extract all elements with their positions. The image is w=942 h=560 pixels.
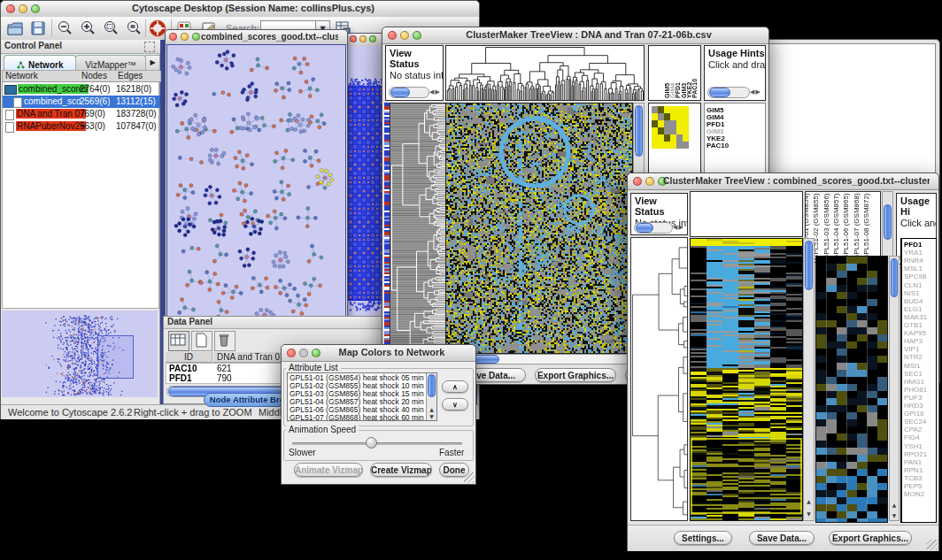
save-icon[interactable] — [29, 19, 47, 37]
tab-network[interactable]: Network — [4, 55, 76, 70]
network-canvas[interactable] — [166, 44, 346, 322]
column-labels-vscrollbar[interactable] — [882, 191, 893, 263]
network-list-item[interactable]: DNA and Tran 07 769(0) 183728(0) — [3, 108, 160, 120]
gene-label[interactable]: PHO81 — [904, 386, 927, 394]
treeview2-title-bar[interactable]: ClusterMaker TreeView : combined_scores_… — [628, 173, 938, 190]
minimize-button[interactable] — [359, 35, 367, 42]
heatmap-canvas[interactable] — [445, 103, 633, 354]
gene-label[interactable]: MSL1 — [904, 265, 923, 272]
export-graphics-button[interactable]: Export Graphics... — [829, 531, 912, 545]
zoom-heatmap-canvas[interactable] — [815, 256, 888, 523]
gene-label[interactable]: RPO21 — [904, 450, 927, 458]
move-down-button[interactable]: ∨ — [442, 398, 468, 410]
open-file-icon[interactable] — [6, 19, 24, 37]
column-header-nodes[interactable]: Nodes — [80, 71, 117, 82]
treeview1-title-bar[interactable]: ClusterMaker TreeView : DNA and Tran 07-… — [382, 27, 768, 44]
scroll-down-icon[interactable]: ▼ — [804, 510, 814, 517]
network-list-item[interactable]: combined_scores 2764(0) 16218(0) — [3, 83, 160, 96]
minimize-button[interactable] — [299, 349, 308, 357]
network-view-title-bar[interactable]: combined_scores_good.txt--cluste... — [166, 30, 347, 45]
create-vizmap-button[interactable]: Create Vizmap — [370, 463, 432, 477]
tab-vizmapper[interactable]: VizMapper™ — [75, 55, 146, 70]
zoom-matrix[interactable] — [652, 106, 691, 150]
row-dendrogram-canvas[interactable] — [630, 237, 688, 521]
gene-label[interactable]: NIS1 — [904, 289, 920, 297]
view-status-scrollbar[interactable] — [389, 87, 429, 98]
scroll-down-icon[interactable]: ▼ — [890, 512, 899, 518]
attribute-list-item[interactable]: GPL51-07 (GSM868) heat shock 60 min — [290, 414, 425, 421]
data-row-id[interactable]: PAC10 — [169, 364, 197, 373]
gene-label[interactable]: PEP5 — [904, 482, 922, 490]
close-button[interactable] — [633, 177, 642, 186]
scroll-up-icon[interactable]: ▲ — [804, 498, 814, 504]
scroll-down-icon[interactable]: ▼ — [427, 413, 436, 419]
scroll-left-icon[interactable]: ◀ — [429, 88, 434, 96]
gene-label[interactable]: PFD1 — [904, 241, 922, 249]
gene-label[interactable]: NTR2 — [904, 353, 923, 361]
help-lifesaver-icon[interactable] — [149, 19, 166, 37]
gene-label[interactable]: PAN1 — [904, 458, 922, 466]
zoom-out-icon[interactable] — [56, 19, 73, 37]
gene-label[interactable]: PUF3 — [904, 394, 922, 402]
gene-label[interactable]: CLN1 — [904, 281, 922, 289]
gene-label[interactable]: MON2 — [904, 490, 924, 498]
dense-cluster-canvas[interactable] — [348, 46, 385, 324]
gene-label[interactable]: SEC24 — [904, 418, 926, 426]
resize-grip[interactable] — [464, 472, 475, 483]
data-row-value[interactable]: 621 — [217, 364, 232, 373]
gene-label[interactable]: RNR4 — [904, 257, 923, 265]
gene-label[interactable]: TCB3 — [904, 474, 922, 482]
gene-label[interactable]: MAK31 — [904, 313, 927, 321]
minimize-button[interactable] — [181, 33, 189, 41]
view-status-scrollbar[interactable] — [634, 222, 673, 234]
speed-slider-track[interactable] — [292, 442, 462, 445]
delete-attribute-trash-icon[interactable] — [214, 331, 236, 351]
heatmap-canvas[interactable] — [690, 238, 803, 521]
column-header-network[interactable]: Network — [3, 71, 81, 82]
gene-label[interactable]: ELG1 — [904, 305, 922, 313]
network-list-item[interactable]: RNAPuberNov2+ 563(0) 107847(0) — [3, 120, 160, 133]
gene-label[interactable]: MSI1 — [904, 362, 921, 370]
save-data-button[interactable]: Save Data... — [749, 531, 815, 545]
tab-overflow-chevron-icon[interactable]: ▶ — [145, 55, 160, 71]
animate-vizmap-button[interactable]: Animate Vizmap — [294, 463, 363, 477]
usage-hints-scrollbar[interactable] — [707, 87, 750, 98]
zoom-in-icon[interactable] — [79, 19, 97, 37]
attribute-listbox[interactable]: GPL51-01 (GSM854) heat shock 05 minGPL51… — [287, 372, 437, 421]
zoom-vscrollbar[interactable]: ▲ ▼ — [889, 256, 900, 521]
resize-grip[interactable] — [927, 540, 938, 550]
close-button[interactable] — [169, 33, 177, 41]
column-dendrogram-canvas[interactable] — [446, 46, 644, 100]
minimize-button[interactable] — [645, 177, 654, 186]
gene-label[interactable]: HAP3 — [904, 337, 923, 345]
data-row-value[interactable]: 790 — [217, 373, 232, 383]
close-button[interactable] — [350, 35, 357, 42]
float-panel-icon[interactable] — [144, 42, 155, 52]
scroll-right-icon[interactable]: ▶ — [755, 88, 760, 96]
scroll-right-icon[interactable]: ▶ — [678, 224, 683, 231]
heatmap-vscrollbar[interactable]: ▲ ▼ — [803, 238, 815, 521]
data-row-id[interactable]: PFD1 — [169, 373, 192, 383]
zoom-button[interactable] — [369, 35, 376, 42]
scroll-right-icon[interactable]: ▶ — [435, 88, 439, 96]
main-title-bar[interactable]: Cytoscape Desktop (Session Name: collins… — [1, 1, 479, 18]
gene-label[interactable]: KAP95 — [904, 329, 926, 337]
export-graphics-button[interactable]: Export Graphics... — [535, 368, 616, 382]
gene-label[interactable]: PAC10 — [706, 142, 729, 150]
zoom-selected-icon[interactable] — [125, 19, 143, 37]
network-list-item-selected[interactable]: combined_sco 2569(6) 13112(15) — [3, 96, 160, 108]
birds-eye-view[interactable] — [2, 311, 158, 397]
close-button[interactable] — [287, 349, 296, 357]
close-button[interactable] — [388, 31, 397, 40]
scroll-up-icon[interactable]: ▲ — [427, 406, 436, 412]
attribute-table-icon[interactable] — [168, 331, 189, 351]
gene-label[interactable]: GPI16 — [904, 410, 924, 418]
zoom-fit-icon[interactable] — [102, 19, 120, 37]
gene-label[interactable]: FIG4 — [904, 433, 920, 441]
gene-label[interactable]: RPN1 — [904, 466, 923, 474]
data-column-id[interactable]: ID — [166, 352, 212, 363]
zoom-button[interactable] — [192, 33, 200, 41]
gene-label[interactable]: GTB1 — [904, 321, 923, 329]
new-attribute-icon[interactable] — [191, 331, 212, 351]
gene-label[interactable]: YSH1 — [904, 442, 923, 450]
